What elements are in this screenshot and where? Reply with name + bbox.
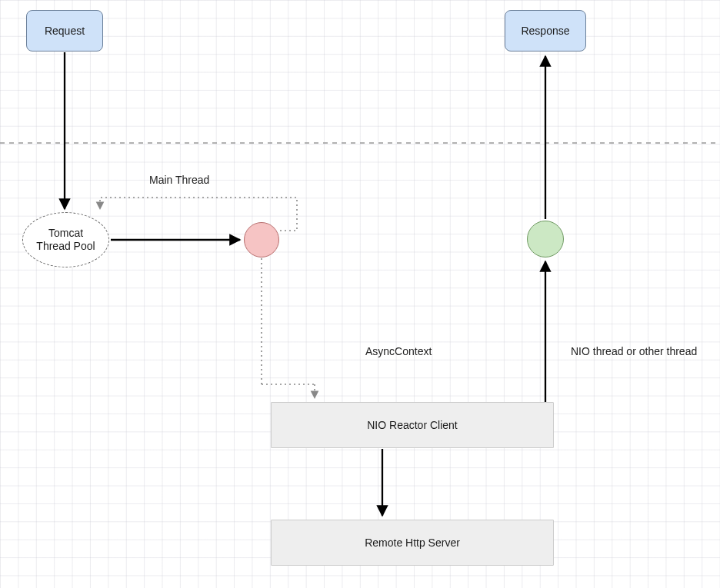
request-node: Request xyxy=(26,10,103,51)
background-grid xyxy=(0,0,720,588)
nio-thread-label: NIO thread or other thread xyxy=(571,345,697,357)
nio-reactor-client-node: NIO Reactor Client xyxy=(271,402,554,448)
response-thread-circle xyxy=(527,221,564,257)
async-context-label: AsyncContext xyxy=(365,345,432,357)
tomcat-pool-line2: Thread Pool xyxy=(36,240,95,254)
tomcat-thread-pool-node: Tomcat Thread Pool xyxy=(22,212,109,267)
main-thread-circle xyxy=(244,222,279,257)
arrows-overlay xyxy=(0,0,720,588)
tomcat-pool-line1: Tomcat xyxy=(48,227,83,241)
main-thread-label: Main Thread xyxy=(149,174,209,186)
remote-http-server-node: Remote Http Server xyxy=(271,520,554,566)
response-node: Response xyxy=(505,10,586,51)
arrows-overlay-2 xyxy=(0,0,720,588)
